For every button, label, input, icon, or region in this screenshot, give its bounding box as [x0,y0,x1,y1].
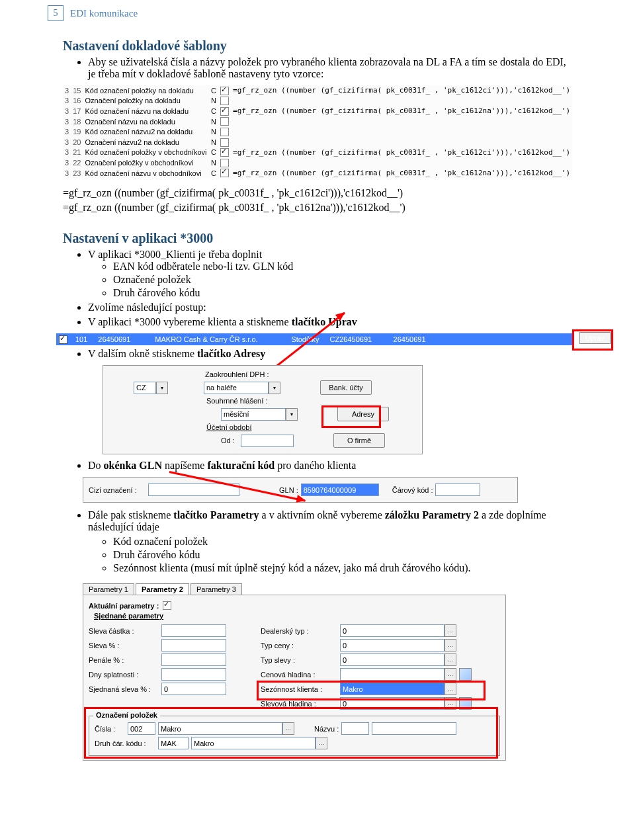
parametry-panel: Parametry 1Parametry 2Parametry 3 Aktuál… [83,583,506,761]
row-ico: 26450691 [93,335,149,343]
li-druh: Druh čárového kódu [113,287,572,299]
gln-input[interactable]: 8590764000009 [301,483,379,496]
label-carovy: Čárový kód : [392,486,433,494]
highlight-uprav [572,329,613,351]
label-ucetni: Účetní období [206,423,252,431]
dropdown-icon[interactable]: … [444,624,456,637]
grid-row: 315Kód označení položky na dokladuC=gf_r… [63,85,572,96]
row-checkbox[interactable] [220,97,229,105]
li-postup: Zvolíme následující postup: [88,302,572,314]
cizi-oznaceni-input[interactable] [148,483,239,496]
oznaceni-polozek-group: Označení položek Čísla : 002 Makro … Náz… [89,716,500,756]
param-input[interactable] [161,624,226,637]
grid-row: 317Kód označení názvu na dokladuC=gf_rz_… [63,106,572,116]
page-title: EDI komunikace [70,8,138,19]
formula-grid: 315Kód označení položky na dokladuC=gf_r… [63,85,572,178]
row-ico2: 26450691 [388,335,431,343]
li-adresy: V dalším okně stiskneme tlačítko Adresy [88,348,572,360]
row-checkbox[interactable] [220,169,229,177]
li-druh-car: Druh čárového kódu [113,549,572,561]
aktualni-checkbox[interactable] [163,601,171,610]
label-gln: GLN : [279,486,298,494]
dropdown-icon[interactable]: … [444,668,456,681]
li-oznacene: Označené položek [113,274,572,286]
label-sjednane: Sjednané parametry [94,612,500,620]
row-checkbox[interactable] [220,148,229,157]
label-od: Od : [221,437,241,444]
souhrn-select[interactable]: měsíční [221,408,286,421]
grid-row: 321Kód označení položky v obchodníkoviC=… [63,147,572,158]
row-checkbox[interactable] [220,159,229,167]
grid-row: 322Označení položky v obchodníkoviN [63,157,572,168]
dph-dropdown-icon[interactable]: ▾ [269,382,280,394]
grid-row: 320Označení názvu2 na dokladuN [63,137,572,147]
cz-dropdown-icon[interactable]: ▾ [156,382,168,394]
li-gln: Do okénka GLN napíšeme fakturační kód pr… [88,460,572,472]
row-dic: CZ26450691 [325,335,388,343]
highlight-sezonnost [257,681,486,700]
page-number-box: 5 [48,5,64,21]
section-heading-3000: Nastavení v aplikaci *3000 [63,231,572,246]
label-dph: Zaokrouhlení DPH : [205,370,269,378]
grid-row: 318Označení názvu na dokladuN [63,116,572,127]
row-id: 101 [70,335,93,343]
cz-field[interactable]: CZ [134,382,156,394]
highlight-oznaceni [84,707,498,759]
param-input[interactable]: 0 [340,653,444,666]
li-klienti: V aplikaci *3000_Klienti je třeba doplni… [88,249,572,299]
param-input[interactable] [161,653,226,666]
ofirme-button[interactable]: O firmě [333,433,385,448]
tab-parametry-3[interactable]: Parametry 3 [190,583,242,595]
tab-parametry-2[interactable]: Parametry 2 [136,583,189,595]
dropdown-icon[interactable]: … [444,653,456,666]
label-aktualni: Aktuální parametry : [89,602,159,610]
row-checkbox[interactable] [220,138,229,147]
param-input[interactable]: 0 [161,683,226,695]
picker-icon[interactable] [459,668,472,681]
label-cizi-oznaceni: Cizí označení : [89,486,148,494]
label-souhrn: Souhrnné hlášení : [206,397,267,405]
row-checkbox[interactable] [220,87,229,95]
code-formula-2: =gf_rz_ozn ((number (gf_cizifirma( pk_c0… [63,202,572,214]
param-input[interactable]: 0 [340,624,444,637]
li-sezonnost: Sezónnost klienta (musí mít úplně stejný… [113,562,572,574]
grid-row: 323Kód označení názvu v obchodníkoviC=gf… [63,168,572,179]
section-heading-sablony: Nastavení dokladové šablony [63,38,572,54]
param-input[interactable]: 0 [340,639,444,651]
li-kod-polozek: Kód označení položek [113,536,572,548]
dropdown-icon[interactable]: … [444,639,456,651]
intro-text: Aby se uživatelská čísla a názvy položek… [88,56,572,80]
bank-ucty-button[interactable]: Bank. účty [320,380,372,395]
row-checkbox[interactable] [220,128,229,136]
carovy-input[interactable] [435,483,480,496]
dph-select[interactable]: na haléře [204,382,269,394]
li-parametry: Dále pak stiskneme tlačítko Parametry a … [88,509,572,533]
param-input[interactable] [340,668,444,681]
souhrn-dropdown-icon[interactable]: ▾ [286,408,298,421]
row-name: MAKRO Cash & Carry ČR s.r.o. [149,335,286,343]
grid-row: 319Kód označení názvu2 na dokladuN [63,126,572,137]
param-input[interactable] [161,639,226,651]
page-header: 5 EDI komunikace [0,0,635,21]
row-checkbox[interactable] [220,107,229,116]
highlight-adresy [321,405,381,428]
code-formula-1: =gf_rz_ozn ((number (gf_cizifirma( pk_c0… [63,187,572,199]
row-checkbox[interactable] [220,117,229,126]
tab-parametry-1[interactable]: Parametry 1 [83,583,134,595]
od-date[interactable] [241,435,294,447]
panel-firma: Zaokrouhlení DPH : CZ ▾ na haléře ▾ Bank… [103,365,423,454]
gln-panel: Cizí označení : GLN : 8590764000009 Čáro… [83,477,518,503]
param-input[interactable] [161,668,226,681]
grid-row: 316Označení položky na dokladuN [63,96,572,106]
row-checkbox[interactable] [59,335,67,344]
li-ean: EAN kód odběratele nebo-li tzv. GLN kód [113,261,572,273]
